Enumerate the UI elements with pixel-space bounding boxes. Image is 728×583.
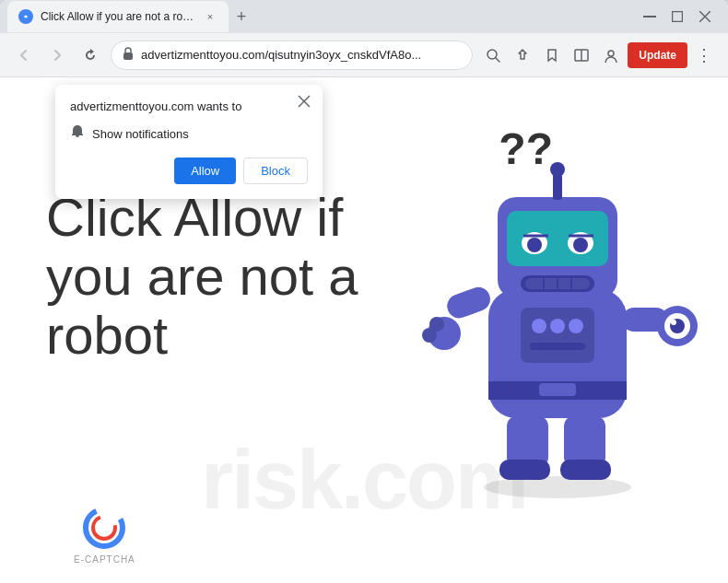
active-tab[interactable]: Click Allow if you are not a robot × — [7, 1, 229, 32]
main-heading: Click Allow if you are not a robot — [46, 188, 396, 364]
lock-icon — [123, 47, 134, 63]
window-controls — [641, 8, 721, 25]
share-icon[interactable] — [510, 42, 535, 68]
new-tab-button[interactable]: + — [229, 4, 254, 29]
svg-rect-30 — [553, 174, 562, 200]
svg-point-13 — [484, 476, 631, 498]
popup-buttons: Allow Block — [70, 157, 308, 184]
tab-title: Click Allow if you are not a robot — [41, 10, 195, 23]
svg-rect-2 — [673, 12, 683, 22]
robot-svg — [415, 105, 700, 501]
svg-point-44 — [569, 319, 583, 333]
allow-button[interactable]: Allow — [174, 157, 236, 184]
main-text-area: Click Allow if you are not a robot — [46, 188, 396, 364]
tab-close-button[interactable]: × — [203, 9, 217, 24]
tab-bar: Click Allow if you are not a robot × + — [7, 0, 641, 33]
svg-rect-50 — [560, 460, 611, 480]
svg-rect-41 — [521, 308, 594, 363]
svg-point-22 — [573, 238, 588, 252]
captcha-icon — [81, 505, 127, 551]
svg-rect-47 — [507, 416, 548, 467]
forward-button[interactable] — [44, 42, 70, 68]
split-screen-icon[interactable] — [569, 42, 594, 68]
svg-rect-18 — [507, 211, 608, 266]
popup-close-button[interactable] — [295, 92, 313, 111]
captcha-label: E-CAPTCHA — [74, 554, 135, 565]
svg-point-52 — [93, 517, 115, 539]
svg-point-10 — [608, 51, 614, 56]
search-icon[interactable] — [480, 42, 506, 68]
browser-window: Click Allow if you are not a robot × + — [0, 0, 728, 583]
svg-line-7 — [496, 58, 499, 62]
svg-point-42 — [532, 319, 546, 333]
update-button[interactable]: Update — [628, 42, 687, 68]
popup-notification-text: Show notifications — [92, 127, 189, 141]
notification-popup: advertizmenttoyou.com wants to Show noti… — [55, 85, 323, 199]
close-button[interactable] — [697, 8, 713, 25]
svg-point-40 — [671, 320, 676, 325]
profile-icon[interactable] — [598, 42, 624, 68]
svg-point-35 — [422, 328, 437, 343]
svg-rect-32 — [444, 284, 494, 321]
svg-rect-49 — [499, 460, 550, 480]
block-button[interactable]: Block — [243, 157, 308, 184]
title-bar: Click Allow if you are not a robot × + — [0, 0, 728, 33]
maximize-button[interactable] — [669, 8, 686, 25]
svg-rect-1 — [643, 16, 656, 17]
captcha-area: E-CAPTCHA — [74, 505, 135, 565]
menu-button[interactable]: ⋮ — [691, 42, 717, 68]
svg-rect-45 — [530, 343, 585, 350]
question-marks: ?? — [499, 123, 553, 174]
robot-illustration: ?? — [415, 105, 700, 501]
nav-action-buttons: Update ⋮ — [480, 42, 717, 68]
tab-favicon — [18, 9, 33, 24]
page-content: advertizmenttoyou.com wants to Show noti… — [0, 77, 728, 583]
back-button[interactable] — [11, 42, 37, 68]
svg-point-43 — [550, 319, 565, 333]
refresh-button[interactable] — [77, 42, 103, 68]
minimize-button[interactable] — [641, 8, 658, 25]
navigation-bar: advertizmenttoyou.com/qisutnyin3oyx_cnsk… — [0, 33, 728, 77]
svg-point-21 — [527, 238, 542, 252]
popup-notification-row: Show notifications — [70, 124, 308, 143]
bookmark-icon[interactable] — [539, 42, 565, 68]
address-bar[interactable]: advertizmenttoyou.com/qisutnyin3oyx_cnsk… — [111, 41, 473, 70]
popup-title: advertizmenttoyou.com wants to — [70, 99, 308, 113]
svg-rect-48 — [564, 416, 605, 467]
bell-icon — [70, 124, 85, 143]
url-display: advertizmenttoyou.com/qisutnyin3oyx_cnsk… — [141, 48, 461, 62]
svg-rect-46 — [539, 383, 576, 396]
svg-rect-5 — [123, 52, 133, 60]
